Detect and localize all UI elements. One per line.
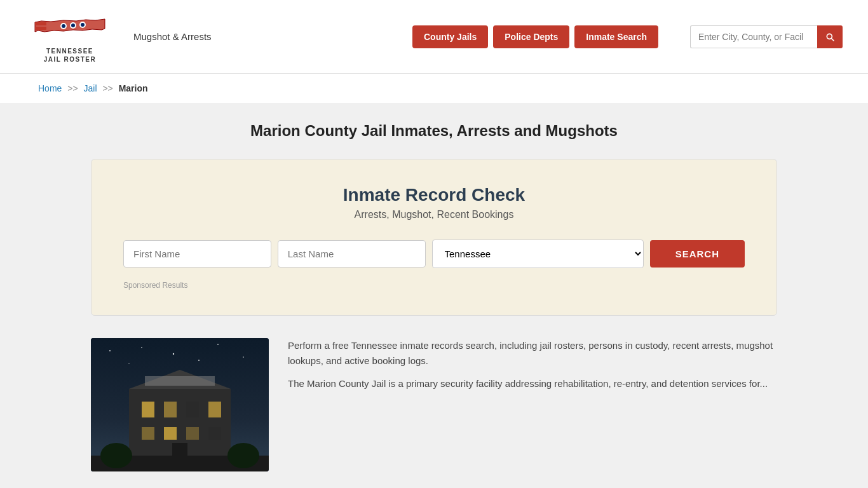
- svg-point-4: [71, 24, 75, 27]
- svg-point-13: [243, 356, 244, 358]
- svg-point-29: [100, 443, 132, 468]
- breadcrumb-home[interactable]: Home: [38, 83, 62, 93]
- header-search-button[interactable]: [817, 25, 843, 48]
- record-check-subtitle: Arrests, Mugshot, Recent Bookings: [123, 209, 745, 220]
- record-check-box: Inmate Record Check Arrests, Mugshot, Re…: [91, 159, 777, 316]
- sponsored-label: Sponsored Results: [123, 281, 745, 290]
- svg-rect-20: [186, 402, 199, 417]
- svg-point-9: [109, 350, 111, 351]
- header-search-input[interactable]: [690, 25, 817, 48]
- svg-rect-7: [35, 27, 46, 30]
- breadcrumb-sep-2: >>: [102, 83, 112, 93]
- police-depts-btn[interactable]: Police Depts: [493, 25, 569, 48]
- main-content: Marion County Jail Inmates, Arrests and …: [78, 122, 790, 471]
- svg-rect-19: [164, 402, 177, 417]
- county-jails-btn[interactable]: County Jails: [412, 25, 488, 48]
- first-name-input[interactable]: [123, 240, 271, 268]
- header-search-area: [690, 25, 843, 48]
- breadcrumb-sep-1: >>: [67, 83, 78, 93]
- svg-rect-24: [186, 427, 199, 440]
- nav-buttons: County Jails Police Depts Inmate Search: [412, 25, 658, 48]
- svg-rect-22: [142, 427, 154, 440]
- svg-rect-28: [145, 376, 215, 386]
- description-text: Perform a free Tennessee inmate records …: [288, 338, 777, 399]
- breadcrumb-bar: Home >> Jail >> Marion: [0, 73, 868, 103]
- description-para-1: Perform a free Tennessee inmate records …: [288, 338, 777, 369]
- svg-point-30: [227, 443, 259, 468]
- header: TENNESSEE JAIL ROSTER Mugshot & Arrests …: [0, 0, 868, 73]
- jail-image-placeholder: [91, 338, 269, 471]
- jail-image: [91, 338, 269, 471]
- svg-point-5: [81, 23, 85, 27]
- breadcrumb-jail[interactable]: Jail: [84, 83, 97, 93]
- svg-point-14: [128, 363, 130, 364]
- search-button[interactable]: SEARCH: [650, 240, 745, 268]
- last-name-input[interactable]: [278, 240, 426, 268]
- mugshot-arrests-link[interactable]: Mugshot & Arrests: [133, 31, 212, 42]
- svg-rect-25: [208, 427, 221, 440]
- svg-point-10: [141, 347, 142, 348]
- page-title: Marion County Jail Inmates, Arrests and …: [91, 122, 777, 140]
- logo-image: [32, 10, 108, 44]
- bottom-section: Perform a free Tennessee inmate records …: [91, 338, 777, 471]
- search-form: AlabamaAlaskaArizonaArkansasCaliforniaCo…: [123, 240, 745, 268]
- svg-rect-23: [164, 427, 177, 440]
- svg-point-11: [173, 353, 174, 355]
- svg-rect-6: [35, 22, 46, 25]
- svg-point-3: [62, 24, 65, 28]
- svg-rect-18: [142, 402, 154, 417]
- record-check-title: Inmate Record Check: [123, 185, 745, 205]
- state-select[interactable]: AlabamaAlaskaArizonaArkansasCaliforniaCo…: [432, 240, 644, 268]
- breadcrumb-current: Marion: [119, 83, 148, 93]
- search-icon: [825, 32, 835, 42]
- svg-point-12: [217, 344, 219, 345]
- svg-point-15: [198, 360, 200, 361]
- logo-area: TENNESSEE JAIL ROSTER: [25, 10, 114, 64]
- description-para-2: The Marion County Jail is a primary secu…: [288, 376, 777, 391]
- svg-rect-21: [208, 402, 221, 417]
- site-name: TENNESSEE JAIL ROSTER: [44, 47, 96, 64]
- inmate-search-btn[interactable]: Inmate Search: [574, 25, 658, 48]
